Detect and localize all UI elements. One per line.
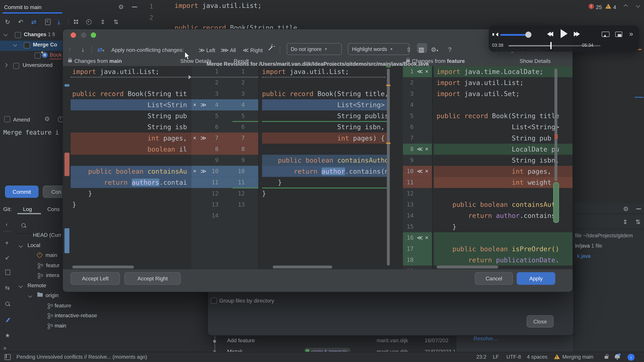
resolve-link[interactable]: Resolve... xyxy=(474,335,498,342)
changes-dir-node[interactable]: in/java 1 file xyxy=(575,243,602,249)
ignore-change-icon[interactable]: × xyxy=(425,66,428,77)
vertical-scrollbar[interactable] xyxy=(387,68,390,266)
cancel-button[interactable]: Cancel xyxy=(475,272,513,285)
unlock-icon[interactable] xyxy=(604,356,608,359)
ignore-change-icon[interactable]: × xyxy=(425,232,428,243)
line-ending[interactable]: LF xyxy=(493,354,499,360)
changes-node[interactable]: Changes 1 fi xyxy=(24,31,55,37)
branch-item[interactable]: interactive-rebase xyxy=(55,312,97,319)
volume-icon[interactable] xyxy=(494,32,498,36)
expand-all-icon[interactable]: ⇕ xyxy=(623,219,628,225)
gear-icon[interactable]: ⚙ xyxy=(118,4,124,10)
chevron-down-icon[interactable] xyxy=(28,294,32,298)
prev-problem-chevron[interactable] xyxy=(624,4,628,8)
accept-left-button[interactable]: Accept Left xyxy=(70,272,120,285)
apply-change-right-icon[interactable]: ≫ xyxy=(200,166,206,177)
expand-all-icon[interactable]: ⇕ xyxy=(100,19,106,25)
file-node[interactable]: Book xyxy=(50,52,62,58)
layout-icon[interactable] xyxy=(4,354,11,360)
branch-widget[interactable]: Merging main xyxy=(562,354,593,360)
collapse-all-icon[interactable]: ⇅ xyxy=(636,219,641,225)
zoom-window-button[interactable] xyxy=(91,32,96,37)
close-window-button[interactable] xyxy=(70,32,76,37)
tab-log[interactable]: Log xyxy=(23,206,32,212)
horizontal-scrollbar[interactable] xyxy=(273,266,332,268)
play-button[interactable] xyxy=(561,29,568,39)
close-button[interactable]: Close xyxy=(526,315,554,328)
branch-item[interactable]: origin xyxy=(46,292,59,299)
group-files-label[interactable]: Group files by directory xyxy=(219,298,274,304)
commit-panel-title[interactable]: Commit to main xyxy=(4,4,42,10)
collapse-unchanged-icon[interactable]: ⇳ xyxy=(406,46,412,53)
airplay-icon[interactable] xyxy=(602,32,610,37)
minimize-icon[interactable] xyxy=(132,6,137,7)
branch-item[interactable]: Local xyxy=(28,242,40,248)
branch-item[interactable]: main xyxy=(46,252,57,258)
apply-change-right-icon[interactable]: ≫ xyxy=(200,133,206,144)
scrollbar-thumb-green[interactable] xyxy=(553,182,559,223)
changelist-icon[interactable] xyxy=(45,19,50,25)
next-change-icon[interactable]: ↓ xyxy=(81,46,84,53)
error-count[interactable]: 25 xyxy=(596,4,602,10)
fast-forward-button[interactable] xyxy=(574,32,580,38)
file-checkbox[interactable] xyxy=(34,52,41,59)
changed-file-link[interactable]: k.java xyxy=(577,253,590,259)
next-problem-chevron[interactable] xyxy=(636,3,640,7)
status-message[interactable]: Pending Unresolved conflicts // Resolve.… xyxy=(16,354,147,360)
commit-row[interactable]: Add feature xyxy=(227,337,255,344)
branch-item[interactable]: feature xyxy=(55,302,71,309)
minimize-window-button[interactable] xyxy=(81,32,86,37)
editor-code-line[interactable]: import java.util.List; xyxy=(174,0,262,11)
branch-item[interactable]: main xyxy=(55,323,66,329)
amend-checkbox[interactable] xyxy=(4,116,10,122)
ignore-change-icon[interactable]: × xyxy=(193,133,196,144)
help-icon[interactable]: ? xyxy=(448,46,452,53)
changes-root-node[interactable]: file ~/IdeaProjects/gitdem xyxy=(575,233,633,239)
apply-change-left-icon[interactable]: ≪ xyxy=(417,144,423,155)
error-icon[interactable]: ! xyxy=(588,4,594,9)
undo-icon[interactable]: ↶ xyxy=(18,19,23,25)
ignore-change-icon[interactable]: × xyxy=(425,144,428,155)
unversioned-checkbox[interactable] xyxy=(13,63,19,69)
volume-knob[interactable] xyxy=(525,32,532,38)
volume-slider[interactable] xyxy=(500,34,528,36)
merge-icon[interactable]: ⇄ xyxy=(31,19,36,25)
warning-count[interactable]: 4 xyxy=(613,4,616,10)
apply-button[interactable]: Apply xyxy=(517,272,555,285)
commit-row[interactable]: Mistak xyxy=(227,349,242,352)
ignore-change-icon[interactable]: × xyxy=(193,99,196,110)
shelve-icon[interactable]: ⤓ xyxy=(58,19,60,25)
branch-item[interactable]: intera xyxy=(46,272,59,278)
changes-checkbox[interactable] xyxy=(15,32,21,38)
collapse-all-icon[interactable]: ⇅ xyxy=(113,19,118,25)
bell-icon[interactable] xyxy=(615,354,620,358)
chevron-right-icon[interactable] xyxy=(4,63,8,67)
apply-non-conflicting-icon[interactable]: ⇄▾ xyxy=(97,46,104,53)
accept-right-button[interactable]: Accept Right xyxy=(124,272,181,285)
horizontal-scrollbar[interactable] xyxy=(72,266,134,268)
group-by-icon[interactable] xyxy=(74,20,76,21)
group-files-checkbox[interactable] xyxy=(211,298,217,304)
branch-item[interactable]: HEAD (Curr xyxy=(33,232,62,238)
commit-button[interactable]: Commit xyxy=(5,186,38,198)
changelist-checkbox[interactable] xyxy=(24,42,30,48)
playhead[interactable] xyxy=(550,42,552,49)
chevron-down-icon[interactable] xyxy=(19,284,23,288)
ignore-policy-select[interactable]: Do not ignore▾ xyxy=(286,43,342,55)
apply-change-left-icon[interactable]: ≪ xyxy=(417,232,423,243)
magic-resolve-icon[interactable] xyxy=(268,46,273,50)
previous-change-icon[interactable]: ↑ xyxy=(68,46,71,53)
branch-chip[interactable]: origin & interactiv xyxy=(304,348,351,352)
gear-icon[interactable]: ⚙▾ xyxy=(431,46,438,53)
caret-position[interactable]: 23:2 xyxy=(476,354,486,360)
apply-change-left-icon[interactable]: ≪ xyxy=(417,66,423,77)
collapse-strip-icon[interactable]: ‹ xyxy=(6,221,8,227)
warning-icon[interactable] xyxy=(606,4,611,8)
apply-change-right-icon[interactable]: ≫ xyxy=(200,99,206,110)
minimize-icon[interactable] xyxy=(636,209,641,209)
branch-item[interactable]: Remote xyxy=(28,282,46,289)
ignore-change-icon[interactable]: × xyxy=(193,166,196,177)
horizontal-scrollbar[interactable] xyxy=(436,266,498,268)
ignore-change-icon[interactable]: × xyxy=(425,166,428,177)
update-icon[interactable]: ↑ xyxy=(628,354,634,361)
